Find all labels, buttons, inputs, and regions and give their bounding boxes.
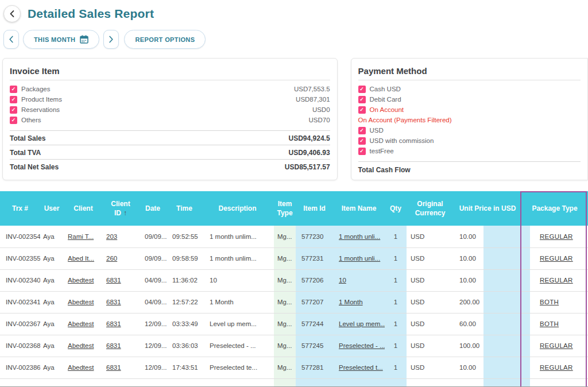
cell-item-type: Mg... (274, 291, 296, 313)
checkbox[interactable]: ✓ (358, 148, 366, 155)
client-id-link[interactable]: 203 (106, 233, 117, 240)
column-header-qty[interactable]: Qty (385, 191, 407, 226)
cell-orig-currency: USD (407, 247, 454, 269)
cell-time: 17:43:51 (168, 357, 201, 378)
report-options-button[interactable]: REPORT OPTIONS (124, 30, 206, 49)
column-header-client[interactable]: Client (63, 191, 103, 226)
payment-method-row-label: USD with commission (370, 137, 434, 144)
client-link[interactable]: Abedtest (68, 320, 94, 327)
payment-method-row-label: USD (370, 127, 384, 134)
client-id-link[interactable]: 260 (106, 255, 117, 262)
check-icon: ✓ (11, 87, 16, 92)
item-name-link[interactable]: 1 month unli... (339, 233, 380, 240)
checkbox[interactable]: ✓ (358, 106, 366, 114)
item-name-link[interactable]: Preselected t... (339, 364, 383, 371)
cell-package-type: REGULAR (521, 247, 588, 269)
item-name-link[interactable]: 1 month unli... (339, 255, 380, 262)
client-id-link[interactable]: 6831 (106, 342, 121, 349)
cell-trx: INV-002340 (0, 269, 40, 291)
column-header-unit-price[interactable]: Unit Price in USD (454, 191, 521, 226)
item-name-link[interactable]: 10 (339, 277, 346, 284)
checkbox[interactable]: ✓ (10, 117, 17, 124)
client-id-link[interactable]: 6831 (106, 364, 121, 371)
item-name-link[interactable]: Preselected - ... (339, 342, 385, 349)
payment-method-row: ✓Debit Card (358, 94, 581, 105)
column-header-item-type[interactable]: Item Type (274, 191, 296, 226)
column-header-description[interactable]: Description (201, 191, 274, 226)
package-type-link[interactable]: REGULAR (540, 364, 573, 371)
cell-package-type: BOTH (521, 291, 588, 313)
checkbox[interactable]: ✓ (10, 106, 17, 114)
table-row: INV-002367AyaAbedtest683112/09...03:33:4… (0, 313, 588, 335)
check-icon: ✓ (359, 128, 364, 133)
item-name-link[interactable]: Level up mem... (339, 320, 385, 327)
column-header-user[interactable]: User (40, 191, 63, 226)
package-type-link[interactable]: BOTH (540, 320, 559, 327)
cell-client: Abedtest (63, 313, 103, 335)
package-type-link[interactable]: REGULAR (540, 255, 573, 262)
client-link[interactable]: Abed It... (68, 255, 94, 262)
column-header-item-name[interactable]: Item Name (333, 191, 385, 226)
payment-method-row: ✓testFree (358, 146, 581, 156)
cell-package-type: REGULAR (521, 335, 588, 357)
table-row: INV-002340AyaAbedtest683104/09...11:36:0… (0, 269, 588, 291)
cell-item-id: 577245 (296, 335, 333, 357)
checkbox[interactable]: ✓ (358, 86, 366, 93)
invoice-item-card: Invoice Item ✓PackagesUSD7,553.5✓Product… (2, 58, 338, 180)
column-header-trx[interactable]: Trx # (0, 191, 40, 226)
client-id-link[interactable]: 6831 (106, 277, 121, 284)
client-id-link[interactable]: 6831 (106, 320, 121, 327)
checkbox[interactable]: ✓ (358, 127, 366, 134)
back-button[interactable] (3, 5, 21, 22)
cell-item-type: Mg... (274, 269, 296, 291)
cell-client: Abed It... (63, 247, 103, 269)
cell-client: 11111... (63, 378, 103, 387)
payment-method-list: ✓Cash USD✓Debit Card✓On AccountOn Accoun… (358, 84, 581, 156)
column-header-orig-currency[interactable]: Original Currency (407, 191, 454, 226)
client-link[interactable]: Rami T... (68, 233, 94, 240)
cell-trx: INV-002367 (0, 313, 40, 335)
previous-period-button[interactable] (3, 30, 19, 49)
package-type-link[interactable]: REGULAR (540, 342, 573, 349)
package-type-link[interactable]: REGULAR (540, 233, 573, 240)
client-id-link[interactable]: 6831 (106, 299, 121, 305)
column-header-date[interactable]: Date (138, 191, 168, 226)
table-body: INV-002354AyaRami T...20309/09...09:52:5… (0, 226, 588, 387)
column-header-package-type[interactable]: Package Type (521, 191, 588, 226)
total-net-sales-label: Total Net Sales (10, 163, 59, 171)
check-icon: ✓ (359, 87, 364, 92)
calendar-icon (80, 35, 88, 44)
cell-item-name: 10 (333, 269, 385, 291)
checkbox[interactable]: ✓ (358, 96, 366, 103)
item-name-link[interactable]: 1 Month (339, 299, 363, 305)
client-link[interactable]: Abedtest (68, 364, 94, 371)
checkbox[interactable]: ✓ (358, 137, 366, 145)
cell-user: Aya (40, 291, 63, 313)
column-header-client-id[interactable]: Client ID↑ (103, 191, 138, 226)
column-header-time[interactable]: Time (168, 191, 201, 226)
cell-time: 12:57:22 (168, 291, 201, 313)
cell-qty: 1 (385, 335, 407, 357)
cell-qty: 1 (385, 291, 407, 313)
cell-client-id: 6831 (103, 269, 138, 291)
report-options-label: REPORT OPTIONS (135, 36, 195, 43)
package-type-link[interactable]: BOTH (540, 299, 559, 305)
cell-orig-currency: USD (407, 269, 454, 291)
client-link[interactable]: Abedtest (68, 342, 94, 349)
checkbox[interactable]: ✓ (10, 86, 17, 93)
client-link[interactable]: Abedtest (68, 299, 94, 305)
next-period-button[interactable] (103, 30, 119, 49)
cell-package-type: REGULAR (521, 378, 588, 387)
cell-orig-currency: USD (407, 357, 454, 378)
cell-item-id: 577206 (296, 269, 333, 291)
package-type-link[interactable]: REGULAR (540, 277, 573, 284)
checkbox[interactable]: ✓ (10, 96, 17, 103)
cell-trx: INV-002398 (0, 378, 40, 387)
cell-qty: 1 (385, 269, 407, 291)
column-header-item-id[interactable]: Item Id (296, 191, 333, 226)
cell-description: Preselected - ... (201, 335, 274, 357)
period-selector-button[interactable]: THIS MONTH (23, 30, 99, 49)
cell-orig-currency: USD (407, 291, 454, 313)
cell-item-type: Mg... (274, 378, 296, 387)
client-link[interactable]: Abedtest (68, 277, 94, 284)
